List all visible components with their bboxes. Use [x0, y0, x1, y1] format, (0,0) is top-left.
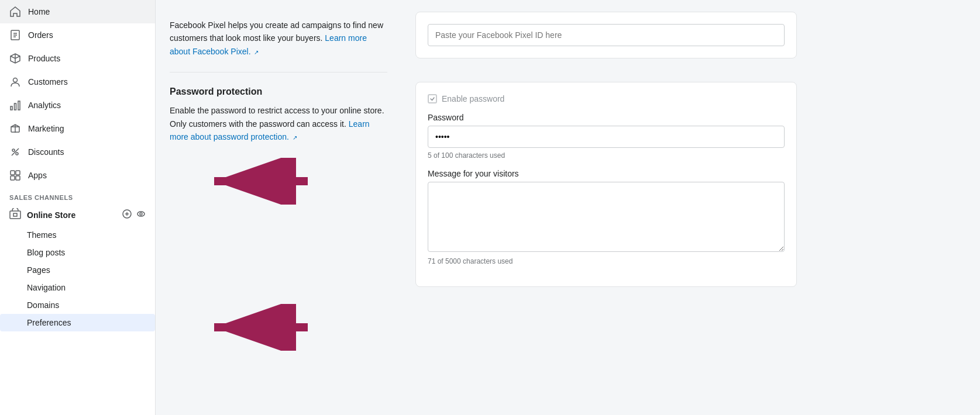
svg-rect-9 — [16, 171, 20, 175]
message-textarea[interactable] — [428, 182, 785, 252]
svg-point-6 — [12, 149, 15, 151]
svg-rect-4 — [15, 103, 16, 110]
apps-icon — [9, 170, 21, 181]
description-panel: Facebook Pixel helps you create ad campa… — [156, 0, 401, 415]
sidebar-sub-domains[interactable]: Domains — [0, 296, 155, 314]
svg-rect-11 — [16, 176, 20, 180]
sidebar-sub-themes[interactable]: Themes — [0, 226, 155, 244]
marketing-icon — [9, 123, 21, 134]
enable-password-row: Enable password — [428, 94, 785, 103]
message-field-label: Message for your visitors — [428, 169, 785, 178]
sidebar-item-products[interactable]: Products — [0, 47, 155, 70]
online-store-label[interactable]: Online Store — [9, 208, 75, 222]
sidebar-item-analytics[interactable]: Analytics — [0, 94, 155, 117]
svg-point-15 — [137, 212, 145, 216]
customers-icon — [9, 76, 21, 88]
svg-point-16 — [140, 213, 142, 215]
main-content: Facebook Pixel helps you create ad campa… — [156, 0, 980, 415]
analytics-icon — [9, 99, 21, 111]
spacer — [415, 70, 797, 82]
sidebar-item-marketing[interactable]: Marketing — [0, 117, 155, 140]
online-store-channel-row: Online Store — [0, 203, 155, 226]
sidebar-sub-navigation[interactable]: Navigation — [0, 279, 155, 296]
arrow-preferences — [191, 304, 319, 352]
orders-icon — [9, 29, 21, 41]
external-link-icon-2: ↗ — [293, 134, 297, 141]
facebook-pixel-input[interactable] — [428, 24, 785, 46]
sidebar-item-discounts[interactable]: Discounts — [0, 140, 155, 164]
svg-rect-10 — [11, 176, 15, 180]
password-section-title: Password protection — [170, 87, 387, 97]
sidebar-item-home[interactable]: Home — [0, 0, 155, 23]
svg-rect-3 — [11, 106, 12, 110]
sidebar-item-customers[interactable]: Customers — [0, 70, 155, 94]
facebook-pixel-card — [415, 12, 797, 58]
add-channel-icon[interactable] — [122, 209, 132, 220]
sidebar-sub-pages[interactable]: Pages — [0, 261, 155, 279]
svg-rect-8 — [11, 171, 15, 175]
message-char-count: 71 of 5000 characters used — [428, 257, 785, 265]
sidebar-sub-blog-posts[interactable]: Blog posts — [0, 244, 155, 261]
checkmark-icon — [429, 96, 435, 102]
svg-point-2 — [13, 78, 18, 82]
enable-password-label: Enable password — [442, 94, 504, 103]
password-card: Enable password Password 5 of 100 charac… — [415, 82, 797, 287]
svg-rect-12 — [10, 211, 20, 219]
password-field-label: Password — [428, 113, 785, 122]
sidebar-item-orders[interactable]: Orders — [0, 23, 155, 47]
sidebar-item-apps[interactable]: Apps — [0, 164, 155, 187]
enable-password-checkbox[interactable] — [428, 94, 437, 103]
svg-rect-5 — [18, 101, 20, 110]
discounts-icon — [9, 146, 21, 158]
sales-channels-label: SALES CHANNELS — [0, 187, 155, 203]
products-icon — [9, 53, 21, 64]
eye-icon[interactable] — [136, 209, 146, 220]
sidebar: Home Orders Products Customers — [0, 0, 156, 415]
arrow-add-channel — [191, 158, 319, 206]
password-input[interactable] — [428, 126, 785, 148]
facebook-pixel-description: Facebook Pixel helps you create ad campa… — [170, 19, 387, 58]
home-icon — [9, 6, 21, 18]
password-description: Enable the password to restrict access t… — [170, 104, 387, 143]
right-panel: Enable password Password 5 of 100 charac… — [401, 0, 811, 415]
channel-actions — [122, 209, 146, 220]
online-store-icon — [9, 208, 21, 222]
section-divider — [170, 72, 387, 72]
password-char-count: 5 of 100 characters used — [428, 151, 785, 160]
external-link-icon: ↗ — [254, 49, 259, 56]
sidebar-sub-preferences[interactable]: Preferences — [0, 314, 155, 331]
svg-rect-13 — [13, 213, 17, 216]
svg-point-7 — [16, 153, 18, 155]
